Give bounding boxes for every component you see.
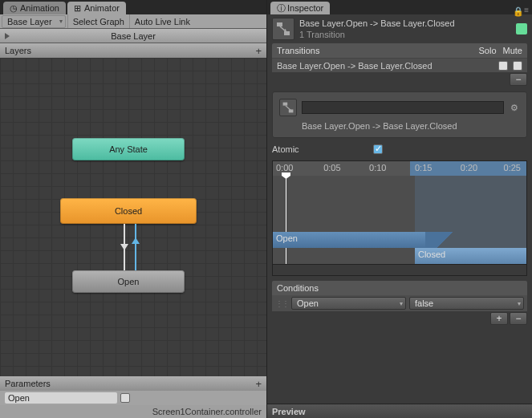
clip-label: Closed bbox=[418, 250, 445, 259]
condition-buttons: + − bbox=[272, 311, 527, 326]
parameter-name-field[interactable]: Open bbox=[5, 392, 117, 404]
auto-live-link-label: Auto Live Link bbox=[135, 17, 190, 26]
help-icon[interactable] bbox=[516, 23, 527, 34]
timeline-scrollbar[interactable] bbox=[273, 264, 526, 275]
timeline-clip-closed[interactable]: Closed bbox=[415, 248, 526, 264]
transition-row-label: Base Layer.Open -> Base Layer.Closed bbox=[277, 61, 493, 71]
arrow-up-icon bbox=[132, 237, 140, 244]
parameter-name: Open bbox=[8, 393, 30, 403]
transition-icon bbox=[279, 99, 297, 116]
conditions-header: Conditions bbox=[272, 281, 527, 295]
parameters-label: Parameters bbox=[5, 379, 51, 388]
arrow-down-icon bbox=[120, 244, 128, 250]
layer-dropdown[interactable]: Base Layer bbox=[2, 15, 66, 28]
add-condition-button[interactable]: + bbox=[490, 312, 508, 325]
parameter-bool-checkbox[interactable] bbox=[120, 393, 130, 403]
tab-label: Animation bbox=[20, 3, 59, 13]
drag-handle-icon[interactable]: ⋮⋮ bbox=[275, 299, 288, 308]
transition-name-row: ⚙ bbox=[279, 99, 520, 116]
remove-condition-button[interactable]: − bbox=[510, 312, 527, 325]
tab-inspector[interactable]: ⓘ Inspector bbox=[270, 2, 330, 14]
layers-header[interactable]: Layers + bbox=[0, 43, 266, 58]
solo-checkbox[interactable] bbox=[498, 61, 508, 71]
timeline-tick: 0:25 bbox=[504, 163, 521, 172]
inspector-tab-bar: ⓘ Inspector 🔒 ≡ bbox=[267, 0, 532, 14]
lock-icon[interactable]: 🔒 bbox=[513, 6, 521, 14]
tab-label: Animator bbox=[84, 3, 120, 13]
state-graph[interactable]: Any State Closed Open bbox=[0, 58, 266, 376]
tab-label: Inspector bbox=[287, 3, 323, 13]
layer-dropdown-label: Base Layer bbox=[7, 17, 52, 26]
gear-icon[interactable]: ⚙ bbox=[509, 102, 520, 113]
tab-animation[interactable]: ◷ Animation bbox=[3, 2, 66, 14]
svg-rect-0 bbox=[277, 22, 282, 26]
preview-label: Preview bbox=[272, 407, 306, 416]
play-icon bbox=[5, 33, 10, 39]
svg-rect-3 bbox=[283, 103, 288, 106]
clip-label: Open bbox=[276, 233, 298, 243]
inspector-header-controls: 🔒 ≡ bbox=[513, 6, 532, 14]
status-bar: Screen1Container.controller bbox=[0, 405, 266, 418]
animator-toolbar: Base Layer Select Graph Auto Live Link bbox=[0, 14, 266, 29]
solo-label: Solo bbox=[479, 46, 497, 55]
breadcrumb[interactable]: Base Layer bbox=[0, 29, 266, 43]
transitions-header: Transitions Solo Mute bbox=[272, 43, 527, 58]
transition-name-input[interactable] bbox=[302, 101, 504, 114]
timeline-tick: 0:20 bbox=[461, 163, 477, 172]
add-layer-icon[interactable]: + bbox=[255, 45, 262, 57]
state-label: Any State bbox=[109, 144, 148, 154]
condition-value-label: false bbox=[415, 298, 433, 308]
inspector-body: Transitions Solo Mute Base Layer.Open ->… bbox=[267, 43, 532, 404]
left-tab-bar: ◷ Animation ⊞ Animator bbox=[0, 0, 266, 14]
transition-name-display: Base Layer.Open -> Base Layer.Closed bbox=[279, 121, 520, 131]
transition-timeline[interactable]: 0:00 0:05 0:10 0:15 0:20 0:25 Open Close… bbox=[272, 160, 527, 276]
info-icon: ⓘ bbox=[277, 4, 285, 12]
breadcrumb-label: Base Layer bbox=[111, 31, 156, 41]
transitions-label: Transitions bbox=[277, 46, 319, 55]
timeline-ruler[interactable]: 0:00 0:05 0:10 0:15 0:20 0:25 bbox=[273, 161, 526, 176]
condition-param-dropdown[interactable]: Open bbox=[291, 297, 406, 310]
conditions-label: Conditions bbox=[277, 283, 319, 293]
animator-panel: ◷ Animation ⊞ Animator Base Layer Select… bbox=[0, 0, 266, 418]
state-label: Open bbox=[118, 277, 140, 286]
select-graph-button[interactable]: Select Graph bbox=[67, 14, 129, 28]
layers-label: Layers bbox=[5, 46, 31, 55]
inspector-title: Base Layer.Open -> Base Layer.Closed bbox=[299, 18, 455, 28]
timeline-clip-open[interactable]: Open bbox=[273, 232, 425, 248]
timeline-tick: 0:15 bbox=[415, 163, 432, 172]
timeline-playhead[interactable] bbox=[286, 173, 286, 264]
svg-rect-4 bbox=[289, 109, 294, 112]
inspector-header: Base Layer.Open -> Base Layer.Closed 1 T… bbox=[267, 14, 532, 43]
select-graph-label: Select Graph bbox=[73, 17, 124, 26]
timeline-tick: 0:00 bbox=[276, 163, 293, 172]
auto-live-link-button[interactable]: Auto Live Link bbox=[129, 14, 195, 28]
condition-value-dropdown[interactable]: false bbox=[409, 297, 524, 310]
add-parameter-icon[interactable]: + bbox=[255, 378, 262, 390]
state-any[interactable]: Any State bbox=[72, 138, 185, 160]
clock-icon: ◷ bbox=[10, 4, 18, 12]
conditions-section: Conditions ⋮⋮ Open false + − bbox=[272, 281, 527, 326]
atomic-checkbox[interactable] bbox=[373, 144, 383, 154]
tab-animator[interactable]: ⊞ Animator bbox=[67, 2, 126, 14]
condition-param-label: Open bbox=[297, 298, 319, 308]
transition-open-to-closed[interactable] bbox=[135, 224, 136, 270]
panel-menu-icon[interactable]: ≡ bbox=[524, 6, 529, 14]
state-open[interactable]: Open bbox=[72, 270, 185, 293]
timeline-tick: 0:05 bbox=[323, 163, 340, 172]
animator-icon: ⊞ bbox=[74, 4, 82, 12]
state-closed[interactable]: Closed bbox=[60, 198, 197, 224]
remove-transition-button[interactable]: − bbox=[510, 73, 527, 86]
timeline-rows[interactable]: Open Closed bbox=[273, 176, 526, 264]
transition-icon bbox=[272, 18, 294, 40]
transitions-section: Transitions Solo Mute Base Layer.Open ->… bbox=[272, 43, 527, 87]
transition-list-row[interactable]: Base Layer.Open -> Base Layer.Closed bbox=[272, 58, 527, 72]
parameter-row: Open bbox=[0, 391, 266, 405]
mute-label: Mute bbox=[503, 46, 522, 55]
condition-row: ⋮⋮ Open false bbox=[272, 295, 527, 311]
status-file: Screen1Container.controller bbox=[152, 407, 262, 416]
preview-bar[interactable]: Preview bbox=[267, 404, 532, 418]
transition-detail: ⚙ Base Layer.Open -> Base Layer.Closed bbox=[272, 91, 527, 138]
svg-rect-1 bbox=[284, 31, 290, 35]
parameters-header[interactable]: Parameters + bbox=[0, 376, 266, 391]
mute-checkbox[interactable] bbox=[513, 61, 522, 71]
